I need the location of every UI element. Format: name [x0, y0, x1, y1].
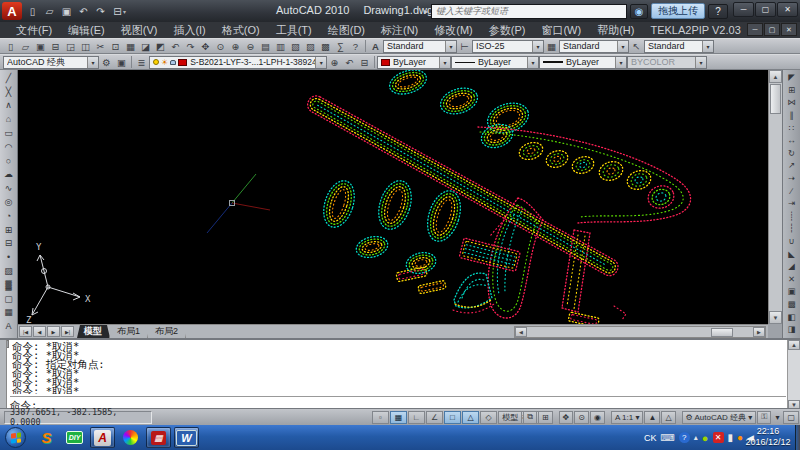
layer-lock-icon[interactable]: [170, 60, 176, 65]
block-editor-icon[interactable]: ◩: [153, 39, 168, 53]
extend-icon[interactable]: ⇥: [784, 197, 800, 210]
menu-item[interactable]: 修改(M): [426, 23, 481, 38]
polygon-icon[interactable]: ⌂: [1, 112, 17, 126]
scroll-right-icon[interactable]: ▶: [753, 327, 765, 337]
open-icon[interactable]: ▱: [41, 3, 58, 19]
workspace-switch-button[interactable]: ⚙ AutoCAD 经典 ▾: [682, 411, 757, 424]
doc-minimize-button[interactable]: ─: [747, 23, 763, 36]
spline-icon[interactable]: ∿: [1, 181, 17, 195]
menu-item[interactable]: 格式(O): [214, 23, 268, 38]
annotation-visibility-icon[interactable]: ▲: [644, 411, 660, 424]
tray-safety-icon[interactable]: ●: [702, 432, 709, 444]
stretch-icon[interactable]: ⇢: [784, 172, 800, 185]
drawing-canvas[interactable]: Y X Z: [18, 70, 768, 324]
array-icon[interactable]: ∷: [784, 121, 800, 134]
doc-restore-button[interactable]: ▢: [764, 23, 780, 36]
revcloud-icon[interactable]: ☁: [1, 168, 17, 182]
infocenter-help-button[interactable]: ?: [708, 4, 728, 19]
command-scrollbar[interactable]: ▲ ▼: [787, 340, 800, 410]
app-redbox[interactable]: ▦: [146, 427, 171, 448]
布局1[interactable]: 布局1: [110, 325, 148, 338]
status-menu-caret[interactable]: ▾: [772, 411, 782, 424]
infocenter-collapse-icon[interactable]: ▸: [424, 7, 428, 16]
scale-icon[interactable]: ↗: [784, 159, 800, 172]
tray-alert-icon[interactable]: ✕: [713, 432, 724, 443]
zoom-previous-icon[interactable]: ⊖: [243, 39, 258, 53]
sheet-set-icon[interactable]: ▨: [303, 39, 318, 53]
tray-show-hidden-icon[interactable]: ▴: [694, 433, 698, 442]
mtext-icon[interactable]: A: [1, 319, 17, 333]
layer-freeze-sun-icon[interactable]: ☀: [161, 58, 168, 67]
布局2[interactable]: 布局2: [148, 325, 186, 338]
minimize-button[interactable]: ─: [733, 2, 754, 17]
layer-states-icon[interactable]: ⊟: [357, 55, 372, 69]
erase-icon[interactable]: ◤: [784, 71, 800, 84]
clean-screen-icon[interactable]: ▢: [783, 411, 799, 424]
drag-upload-button[interactable]: 拖拽上传: [651, 3, 705, 19]
qat-flyout-caret[interactable]: ▾: [123, 8, 126, 15]
region-icon[interactable]: ▢: [1, 292, 17, 306]
menu-item[interactable]: 视图(V): [113, 23, 166, 38]
grid-toggle[interactable]: ▦: [390, 411, 407, 424]
open-icon[interactable]: ▱: [18, 39, 33, 53]
quickview-layouts-icon[interactable]: ⧉: [523, 411, 537, 424]
tool-palettes-icon[interactable]: ▧: [288, 39, 303, 53]
lineweight-combo[interactable]: ByLayer▾: [539, 56, 627, 69]
menu-item[interactable]: 参数(P): [481, 23, 534, 38]
point-icon[interactable]: •: [1, 250, 17, 264]
rectangle-icon[interactable]: ▭: [1, 126, 17, 140]
menu-item[interactable]: 文件(F): [8, 23, 60, 38]
chevron-down-icon[interactable]: ▾: [532, 41, 543, 52]
scroll-up-icon[interactable]: ▲: [788, 340, 800, 350]
taskbar-clock[interactable]: 22:16 2016/12/12: [742, 426, 794, 448]
coordinates-readout[interactable]: 3387.6651, -382.1585, 0.0000: [4, 411, 152, 424]
break-point-icon[interactable]: ┊: [784, 210, 800, 223]
tab-last-button[interactable]: ▶|: [61, 326, 74, 337]
layer-previous-icon[interactable]: ↶: [342, 55, 357, 69]
menu-item[interactable]: 插入(I): [165, 23, 213, 38]
autocad-app-button[interactable]: A: [2, 2, 22, 20]
pan-icon[interactable]: ✥: [559, 411, 574, 424]
join-icon[interactable]: ∪: [784, 235, 800, 248]
properties-icon[interactable]: ▤: [258, 39, 273, 53]
fillet-icon[interactable]: ◢: [784, 260, 800, 273]
scroll-up-icon[interactable]: ▲: [769, 70, 782, 83]
circle-icon[interactable]: ○: [1, 154, 17, 168]
annotation-autoscale-icon[interactable]: △: [661, 411, 675, 424]
tab-next-button[interactable]: ▶: [47, 326, 60, 337]
toolbar-lock-icon[interactable]: ⚿: [757, 411, 771, 424]
otrack-toggle[interactable]: △: [462, 411, 479, 424]
tab-prev-button[interactable]: ◀: [33, 326, 46, 337]
模型[interactable]: 模型: [77, 325, 110, 338]
steeringwheel-icon[interactable]: ◉: [590, 411, 605, 424]
save-icon[interactable]: ▣: [58, 3, 75, 19]
start-button[interactable]: [5, 427, 26, 448]
dim-style-combo[interactable]: ISO-25▾: [472, 40, 544, 53]
menu-item[interactable]: 绘图(D): [320, 23, 373, 38]
explode-icon[interactable]: ✕: [784, 273, 800, 286]
ellipse-icon[interactable]: ◎: [1, 195, 17, 209]
app-sogou[interactable]: S: [34, 427, 59, 448]
menu-item[interactable]: TEKLA2PIP V2.03: [642, 24, 748, 36]
paste-icon[interactable]: ▦: [123, 39, 138, 53]
redo-icon[interactable]: ↷: [183, 39, 198, 53]
ducs-toggle[interactable]: ◇: [480, 411, 497, 424]
redo-icon[interactable]: ↷: [92, 3, 109, 19]
tray-help-icon[interactable]: ?: [679, 432, 690, 443]
bring-to-front-icon[interactable]: ▣: [784, 285, 800, 298]
move-icon[interactable]: ↔: [784, 134, 800, 147]
osnap-toggle[interactable]: □: [444, 411, 461, 424]
chevron-down-icon[interactable]: ▾: [87, 57, 98, 68]
layer-on-bulb-icon[interactable]: [153, 59, 159, 65]
close-button[interactable]: ✕: [777, 2, 798, 17]
new-icon[interactable]: ▯: [24, 3, 41, 19]
undo-icon[interactable]: ↶: [168, 39, 183, 53]
markup-icon[interactable]: ▩: [318, 39, 333, 53]
horizontal-scroll-thumb[interactable]: [711, 328, 733, 337]
undo-icon[interactable]: ↶: [75, 3, 92, 19]
trim-icon[interactable]: ∕: [784, 184, 800, 197]
menu-item[interactable]: 帮助(H): [589, 23, 642, 38]
command-window[interactable]: 命令: *取消*命令: *取消*命令: 指定对角点:命令: *取消*命令: *取…: [0, 338, 800, 408]
show-desktop-button[interactable]: [795, 425, 800, 450]
layer-properties-manager-icon[interactable]: ≣: [134, 55, 149, 69]
